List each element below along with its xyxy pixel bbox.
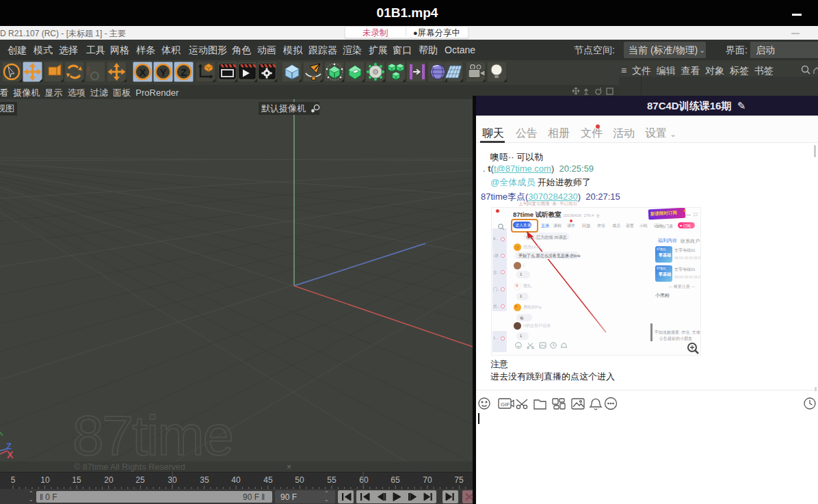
svg-text:Y: Y bbox=[159, 66, 166, 78]
svg-text:REC: REC bbox=[86, 67, 90, 76]
svg-text:X: X bbox=[139, 66, 146, 78]
svg-text:GIF: GIF bbox=[501, 401, 510, 408]
svg-text:X: X bbox=[7, 449, 14, 460]
svg-text:87time: 87time bbox=[72, 404, 233, 462]
svg-text:Z: Z bbox=[181, 66, 187, 78]
